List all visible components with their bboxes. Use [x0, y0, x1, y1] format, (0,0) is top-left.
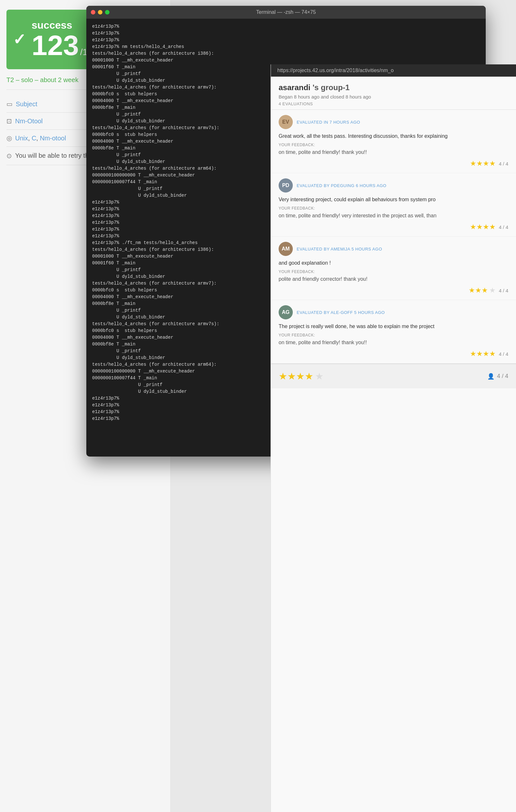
avatar-4: AG: [279, 305, 293, 319]
group-info: Began 8 hours ago and closed 8 hours ago: [279, 94, 508, 99]
skills-icon: ◎: [6, 134, 12, 142]
feedback-label-3: YOUR FEEDBACK:: [279, 269, 508, 274]
eval-section-3: AM EVALUATED BY AMEMIJA 5 HOURS AGO and …: [271, 237, 516, 300]
skill-c[interactable]: C: [32, 135, 36, 142]
feedback-label-4: YOUR FEEDBACK:: [279, 333, 508, 338]
group-header-bar: https://projects.42.us.org/intra/2018/ac…: [271, 64, 516, 77]
eval-count-label: 4 EVALUATIONS: [279, 102, 508, 106]
group-title: asarandi 's group-1: [279, 83, 508, 92]
feedback-2: on time, polite and friendly! very inter…: [279, 212, 508, 220]
feedback-1: on time, polite and friendly! thank you!…: [279, 148, 508, 156]
asarandi-name[interactable]: asarandi: [279, 83, 311, 92]
close-button[interactable]: [91, 10, 95, 14]
feedback-3: polite and friendly corrector! thank you…: [279, 275, 508, 283]
eval-2-body: Very interesting project, could explain …: [279, 196, 508, 203]
bottom-stars-bar: ★★★★★ 👤4 / 4: [271, 364, 516, 388]
stars-4: ★★★★ 4 / 4: [279, 350, 508, 358]
eval-section-2: PD EVALUATED BY PDEGUING 6 HOURS AGO Ver…: [271, 173, 516, 237]
eval-4-by: EVALUATED BY ALE-GOFF 5 HOURS AGO: [297, 310, 385, 315]
skill-unix[interactable]: Unix: [15, 135, 28, 142]
score-number: 123: [32, 31, 79, 60]
eval-panel: https://projects.42.us.org/intra/2018/ac…: [270, 64, 516, 812]
terminal-titlebar: Terminal — -zsh — 74×75: [86, 6, 486, 19]
avatar-3: AM: [279, 242, 293, 256]
feedback-4: on time, polite and friendly! thank you!…: [279, 339, 508, 346]
group-name-suffix: 's group-1: [312, 83, 349, 92]
eval-section-4: AG EVALUATED BY ALE-GOFF 5 HOURS AGO The…: [271, 300, 516, 364]
eval-1-body: Great work, all the tests pass. Interest…: [279, 132, 508, 140]
eval-1-by: EVALUATED IN 7 HOURS AGO: [297, 120, 360, 125]
project-url: https://projects.42.us.org/intra/2018/ac…: [277, 68, 394, 74]
avatar-2: PD: [279, 178, 293, 193]
skill-nmotool[interactable]: Nm-otool: [40, 135, 66, 142]
bottom-score: 👤4 / 4: [487, 373, 508, 380]
eval-2-by: EVALUATED BY PDEGUING 6 HOURS AGO: [297, 183, 386, 188]
project-link[interactable]: Nm-Otool: [15, 118, 43, 125]
eval-3-body: and good explanation !: [279, 259, 508, 267]
feedback-label-1: YOUR FEEDBACK:: [279, 143, 508, 147]
terminal-title: Terminal — -zsh — 74×75: [256, 9, 316, 15]
minimize-button[interactable]: [98, 10, 103, 14]
maximize-button[interactable]: [105, 10, 110, 14]
eval-3-by: EVALUATED BY AMEMIJA 5 HOURS AGO: [297, 246, 382, 252]
group-title-area: asarandi 's group-1 Began 8 hours ago an…: [271, 77, 516, 110]
check-icon: ✓: [13, 31, 26, 48]
stars-2: ★★★★ 4 / 4: [279, 223, 508, 231]
bottom-stars: ★★★★★: [279, 371, 324, 382]
stars-1: ★★★★ 4 / 4: [279, 160, 508, 168]
stars-3: ★★★★ 4 / 4: [279, 286, 508, 295]
clock-icon: ⊙: [6, 152, 12, 160]
avatar-1: EV: [279, 115, 293, 129]
skills-text: Unix, C, Nm-otool: [15, 135, 66, 142]
eval-section-1: EV EVALUATED IN 7 HOURS AGO Great work, …: [271, 110, 516, 173]
monitor-icon: ⊡: [6, 117, 12, 125]
subject-link[interactable]: Subject: [16, 100, 37, 108]
document-icon: ▭: [6, 100, 12, 108]
eval-4-body: The project is really well done, he was …: [279, 323, 508, 330]
feedback-label-2: YOUR FEEDBACK:: [279, 206, 508, 210]
